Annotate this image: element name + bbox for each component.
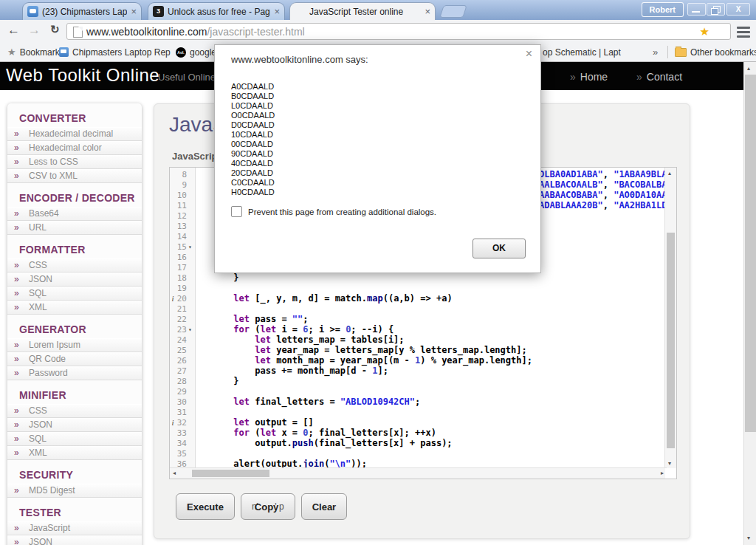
tab-close-icon[interactable]: ×	[131, 7, 137, 16]
artifact-text: ' p	[275, 501, 284, 512]
sidebar-item-csv-to-xml[interactable]: »CSV to XML	[7, 169, 142, 183]
reload-button[interactable]: ↻	[50, 23, 60, 36]
back-button[interactable]: ←	[7, 23, 20, 38]
scrollbar-thumb[interactable]	[667, 233, 675, 448]
chevron-icon: »	[14, 156, 29, 168]
tab-close-icon[interactable]: ×	[274, 7, 280, 16]
forum-icon: 3	[153, 6, 164, 17]
sidebar-item-qr-code[interactable]: »QR Code	[7, 352, 142, 366]
tab-chipmasters[interactable]: (23) Chipmasters Laptop Rep ×	[22, 2, 142, 20]
scroll-up-icon[interactable]: ▴	[747, 65, 750, 72]
bookmark-schematic[interactable]: op Schematic | Lapt	[543, 43, 621, 61]
scrollbar-thumb[interactable]	[745, 75, 756, 432]
sidebar-item-hexadecimal-color[interactable]: »Hexadecimal color	[7, 141, 142, 155]
star-icon: ★	[7, 47, 16, 58]
line-number: 33	[170, 428, 195, 438]
chevron-icon: »	[14, 208, 29, 220]
bookmarks-overflow-chevron[interactable]: »	[653, 43, 658, 61]
scroll-right-icon[interactable]: ▸	[661, 470, 664, 477]
sidebar-item-label: MD5 Digest	[29, 484, 75, 497]
site-brand[interactable]: Web Toolkit Online	[6, 65, 159, 86]
minimize-button[interactable]	[687, 3, 706, 16]
sidebar-item-sql[interactable]: »SQL	[7, 287, 142, 301]
code-line: let year_map = letters_map[y % letters_m…	[202, 345, 667, 355]
sidebar-item-json[interactable]: »JSON	[7, 535, 142, 545]
url-text[interactable]: www.webtoolkitonline.com/javascript-test…	[86, 26, 305, 38]
sidebar-item-json[interactable]: »JSON	[7, 272, 142, 287]
clear-button[interactable]: Clear	[301, 493, 348, 520]
sidebar-item-json[interactable]: »JSON	[7, 418, 142, 432]
chevron-icon: »	[14, 273, 29, 286]
editor-vertical-scrollbar[interactable]: ▴ ▾	[664, 168, 676, 470]
scrollbar-thumb[interactable]	[192, 470, 269, 477]
code-line: pass += month_map[d - 1];	[202, 366, 667, 376]
other-bookmarks[interactable]: Other bookmarks	[675, 43, 756, 61]
new-tab-button[interactable]	[439, 5, 467, 18]
close-button[interactable]: X	[726, 3, 750, 16]
line-number: i32	[170, 417, 195, 428]
checkbox[interactable]	[231, 206, 242, 217]
dialog-close-icon[interactable]: ×	[526, 47, 532, 61]
info-icon: i	[170, 418, 176, 427]
dialog-message-line: 90CDAALD	[231, 149, 275, 159]
scroll-down-icon[interactable]: ▾	[668, 460, 671, 467]
bookmark-google[interactable]: Aol. google	[176, 43, 216, 61]
page-scrollbar[interactable]: ▴ ▾	[743, 62, 756, 545]
line-number: 30	[170, 397, 195, 407]
tab-close-icon[interactable]: ×	[425, 7, 430, 16]
bookmark-chipmasters[interactable]: Chipmasters Laptop Rep	[59, 43, 171, 61]
sidebar-item-lorem-ipsum[interactable]: »Lorem Ipsum	[7, 338, 142, 352]
sidebar-item-css[interactable]: »CSS	[7, 404, 142, 418]
line-number: 25	[170, 345, 195, 355]
prevent-dialogs-option[interactable]: Prevent this page from creating addition…	[231, 206, 436, 217]
ok-button[interactable]: OK	[472, 239, 526, 258]
sidebar-item-password[interactable]: »Password	[7, 366, 142, 380]
nav-contact[interactable]: »Contact	[636, 71, 682, 83]
sidebar-item-base64[interactable]: »Base64	[7, 207, 142, 221]
dialog-message-line: L0CDAALD	[231, 101, 275, 111]
dialog-message-line: O0CDAALD	[231, 111, 275, 120]
bookmark-star-icon[interactable]: ★	[700, 25, 709, 38]
sidebar-item-xml[interactable]: »XML	[7, 301, 142, 315]
tab-unlock-asus[interactable]: 3 Unlock asus for free - Page 1 ×	[148, 2, 285, 20]
bookmark-bookmarks[interactable]: ★ Bookmarks	[7, 43, 64, 61]
sidebar-item-hexadecimal-decimal[interactable]: »Hexadecimal decimal	[7, 127, 142, 141]
scroll-left-icon[interactable]: ◂	[173, 470, 176, 477]
scroll-down-icon[interactable]: ▾	[747, 535, 750, 542]
line-number: 34	[170, 438, 195, 448]
restore-button[interactable]	[707, 3, 725, 16]
dialog-message-line: A0CDAALD	[231, 82, 275, 92]
chevron-icon: »	[14, 128, 29, 140]
code-line: for (let i = 6; i >= 0; --i) {	[202, 324, 667, 335]
browser-toolbar: ← → ↻ www.webtoolkitonline.com/javascrip…	[0, 20, 756, 43]
chevron-icon: »	[14, 484, 29, 497]
page-icon[interactable]	[73, 27, 83, 38]
chevron-icon: »	[14, 301, 29, 314]
sidebar-item-label: QR Code	[29, 353, 66, 366]
editor-horizontal-scrollbar[interactable]: ◂ ▸	[170, 467, 667, 479]
sidebar-item-less-to-css[interactable]: »Less to CSS	[7, 155, 142, 169]
line-number: 28	[170, 376, 195, 386]
nav-home[interactable]: »Home	[570, 71, 608, 83]
sidebar-item-javascript[interactable]: »JavaScript	[7, 521, 142, 535]
sidebar-item-css[interactable]: »CSS	[7, 258, 142, 272]
scroll-up-icon[interactable]: ▴	[668, 170, 671, 177]
execute-button[interactable]: Execute	[176, 493, 235, 520]
sidebar-item-sql[interactable]: »SQL	[7, 432, 142, 446]
dialog-message-line: D0CDAALD	[231, 120, 275, 130]
fold-icon[interactable]: ▾	[188, 244, 195, 250]
code-line: let final_letters = "ABLOD10942CH";	[202, 397, 667, 407]
dialog-message-line: H0CDAALD	[231, 188, 275, 197]
sidebar-item-md5-digest[interactable]: »MD5 Digest	[7, 484, 142, 498]
profile-button[interactable]: Robert	[642, 2, 684, 17]
address-bar[interactable]: www.webtoolkitonline.com/javascript-test…	[66, 23, 731, 40]
browser-window: (23) Chipmasters Laptop Rep × 3 Unlock a…	[0, 0, 756, 545]
tab-javascript-tester[interactable]: JavaScript Tester online ×	[289, 2, 436, 20]
sidebar-item-url[interactable]: »URL	[7, 221, 142, 235]
copy-button[interactable]: n'Copy' p	[241, 493, 295, 520]
line-number: 12	[170, 210, 195, 221]
info-icon: i	[170, 294, 176, 303]
fold-icon[interactable]: ▾	[188, 326, 195, 333]
menu-icon[interactable]	[737, 27, 750, 38]
sidebar-item-xml[interactable]: »XML	[7, 446, 142, 460]
